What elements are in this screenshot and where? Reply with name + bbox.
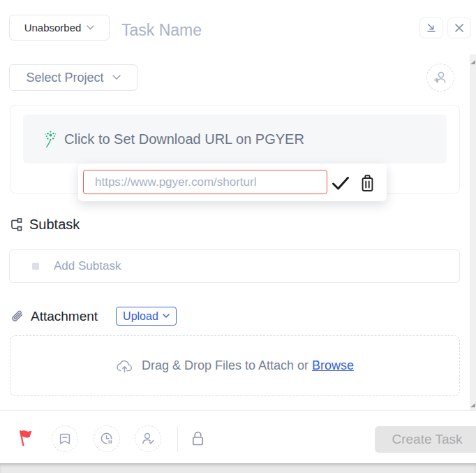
- chevron-down-icon: [87, 25, 94, 30]
- attachment-dropzone[interactable]: Drag & Drop Files to Attach orBrowse: [10, 335, 460, 396]
- url-editor-popup: [78, 163, 387, 201]
- delete-url-button[interactable]: [357, 173, 377, 193]
- close-button[interactable]: [447, 17, 471, 38]
- trash-icon: [359, 174, 375, 193]
- subtask-tree-icon: [9, 217, 24, 232]
- assignee-check-icon: [140, 431, 156, 446]
- close-x-icon: [454, 23, 464, 33]
- status-dropdown-label: Unabsorbed: [24, 22, 82, 34]
- priority-flag-button[interactable]: [15, 428, 36, 449]
- check-icon: [332, 176, 350, 191]
- page-background-strip: [0, 463, 476, 473]
- minimize-button[interactable]: [419, 17, 443, 38]
- subtask-title: Subtask: [29, 217, 80, 233]
- create-task-dialog: Unabsorbed Select Project: [0, 0, 476, 473]
- create-task-button[interactable]: Create Task: [375, 426, 476, 453]
- download-url-input[interactable]: [83, 170, 327, 194]
- set-download-url-label: Click to Set Download URL on PGYER: [64, 131, 304, 147]
- confirm-url-button[interactable]: [331, 173, 350, 193]
- dropzone-text: Drag & Drop Files to Attach orBrowse: [142, 358, 354, 373]
- task-name-input[interactable]: [121, 17, 331, 43]
- add-subtask-input[interactable]: [54, 256, 459, 277]
- priority-flag-icon: [17, 428, 36, 448]
- subtask-section-header: Subtask: [9, 217, 80, 233]
- lock-icon: [190, 430, 207, 448]
- time-estimate-button[interactable]: [94, 425, 120, 452]
- chevron-down-icon: [112, 75, 121, 80]
- scrollbar-track[interactable]: [470, 54, 476, 410]
- chevron-down-icon: [163, 314, 170, 319]
- drag-handle-icon: [32, 263, 39, 270]
- time-estimate-icon: [99, 431, 114, 446]
- bookmark-icon: [58, 432, 72, 446]
- attachment-section-header: Attachment Upload: [9, 307, 177, 326]
- select-project-label: Select Project: [26, 71, 103, 85]
- invite-member-button[interactable]: [426, 64, 454, 92]
- select-project-dropdown[interactable]: Select Project: [9, 64, 137, 91]
- dock-arrow-icon: [426, 22, 437, 34]
- set-download-url-banner[interactable]: Click to Set Download URL on PGYER: [23, 115, 447, 163]
- paperclip-icon: [9, 309, 24, 324]
- assignee-button[interactable]: [135, 425, 161, 452]
- footer-divider: [177, 426, 178, 452]
- dropzone-prefix: Drag & Drop Files to Attach or: [142, 358, 308, 372]
- pgyer-dandelion-icon: [42, 130, 57, 149]
- bookmark-button[interactable]: [52, 425, 78, 452]
- invite-member-icon: [432, 69, 449, 86]
- add-subtask-row[interactable]: [9, 249, 460, 283]
- upload-dropdown-button[interactable]: Upload: [116, 307, 177, 326]
- status-dropdown[interactable]: Unabsorbed: [9, 15, 110, 41]
- browse-link[interactable]: Browse: [312, 358, 354, 372]
- cloud-upload-icon: [116, 359, 133, 373]
- privacy-lock-button[interactable]: [188, 428, 208, 449]
- attachment-title: Attachment: [31, 309, 98, 324]
- upload-label: Upload: [123, 310, 158, 323]
